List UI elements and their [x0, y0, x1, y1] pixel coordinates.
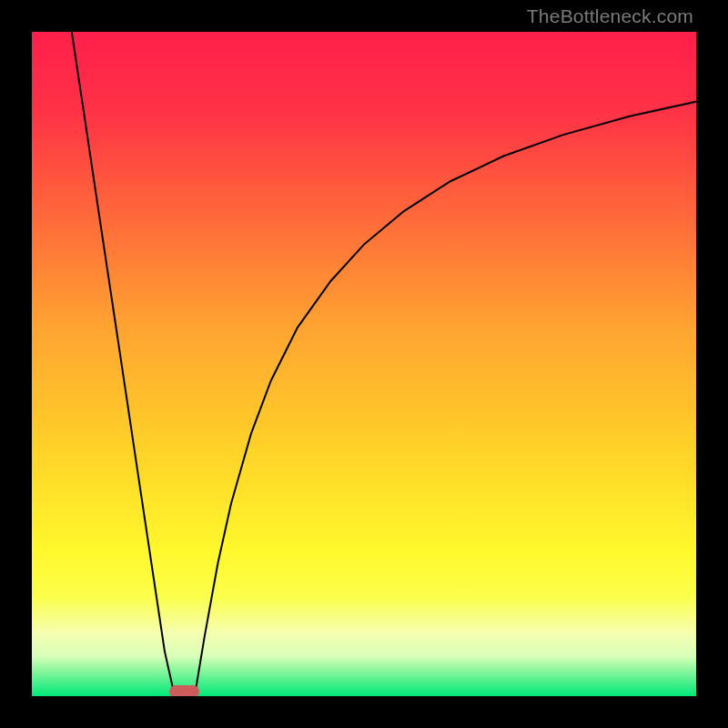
- bottleneck-curve: [32, 32, 696, 696]
- plot-area: [32, 32, 696, 696]
- chart-frame: TheBottleneck.com: [0, 0, 728, 728]
- watermark-text: TheBottleneck.com: [527, 5, 693, 27]
- minimum-marker: [169, 685, 199, 696]
